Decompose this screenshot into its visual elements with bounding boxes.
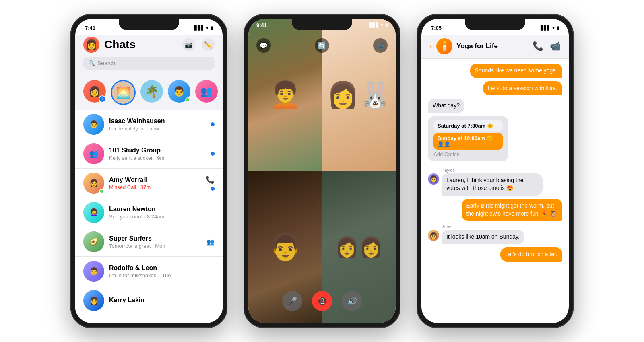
chat-avatar-amy: 👩 (83, 173, 104, 194)
story-4[interactable]: 👥 (195, 80, 218, 105)
msg-bubble-out-2: Let's do a session with Kira. (483, 81, 562, 96)
chat-avatar-study: 👥 (83, 143, 104, 164)
signal-icon-3: ▋▋▋ (541, 25, 550, 31)
user-avatar[interactable]: 👩 (83, 37, 99, 53)
video-toggle-icon[interactable]: 📹 (373, 38, 388, 53)
chat-list: 👨 Isaac Weinhausen I'm definitely in! · … (75, 110, 223, 315)
search-bar[interactable]: 🔍 Search (83, 57, 215, 70)
chat-item-rodolfo[interactable]: 👨 Rodolfo & Leon I'm in for milkshakes! … (75, 257, 223, 286)
chat-preview-study: Kelly sent a sticker · 9m (109, 155, 206, 161)
msg-bubble-out-4: Let's do brunch after. (500, 247, 562, 262)
chat-name-kerry: Kerry Lakin (109, 297, 215, 304)
group-chat-header: ‹ 🕯️ Yoga for Life 📞 📹 (421, 35, 569, 59)
chat-name-surfers: Super Surfers (109, 235, 202, 242)
video-battery-icon: ▮ (385, 23, 388, 28)
chat-info-kerry: Kerry Lakin (109, 297, 215, 305)
chat-overlay-icon[interactable]: 💬 (256, 38, 271, 53)
time-2: 9:41 (256, 22, 267, 28)
sender-amy: Amy (442, 224, 562, 229)
phone1-screen: 7:41 ▋▋▋ ▾ ▮ 👩 Chats 📷 ✏️ (75, 19, 223, 323)
poll-sun-text: Sunday at 10:00am 🌞 👤👤 (438, 135, 493, 147)
msg-bubble-amy: It looks like 10am on Sunday. (442, 230, 524, 244)
avatar-amy: 👩 (428, 230, 439, 241)
chat-avatar-surfers: 🥑 (83, 231, 104, 252)
end-call-btn[interactable]: 📵 (312, 291, 332, 311)
chat-item-surfers[interactable]: 🥑 Super Surfers Tomorrow is great · Mon … (75, 227, 223, 257)
chat-info-rodolfo: Rodolfo & Leon I'm in for milkshakes! · … (109, 264, 215, 278)
camera-icon-btn[interactable]: 📷 (182, 38, 195, 51)
avatar-amy-face: 👩 (428, 230, 439, 241)
chat-item-isaac[interactable]: 👨 Isaac Weinhausen I'm definitely in! · … (75, 110, 223, 139)
chat-name-study: 101 Study Group (109, 147, 206, 154)
avatar-taylor-face: 👩 (428, 173, 439, 185)
header-action-icons: 📞 📹 (533, 41, 561, 52)
chat-preview-rodolfo: I'm in for milkshakes! · Tue (109, 272, 215, 278)
phone-chats: 7:41 ▋▋▋ ▾ ▮ 👩 Chats 📷 ✏️ (70, 14, 227, 328)
poll-container: Saturday at 7:30am 🌞 Sunday at 10:00am 🌞… (428, 116, 508, 161)
video-overlay-icons: 💬 🔄 📹 (248, 38, 396, 53)
back-button[interactable]: ‹ (429, 41, 432, 52)
unread-dot-amy (211, 187, 215, 191)
online-indicator (185, 97, 190, 102)
video-controls: 🎤 📵 🔊 (248, 291, 396, 311)
chat-meta-study (211, 152, 215, 156)
chat-avatar-isaac: 👨 (83, 114, 104, 135)
chat-preview-surfers: Tomorrow is great · Mon (109, 243, 202, 249)
chats-title: Chats (104, 38, 136, 51)
flip-camera-icon[interactable]: 🔄 (315, 38, 329, 53)
msg-out-3: Early Birds might get the worm, but the … (428, 199, 562, 221)
msg-bubble-taylor: Lauren, I think your biasing the votes w… (442, 173, 543, 196)
msg-out-2: Let's do a session with Kira. (428, 81, 562, 96)
chat-preview-lauren: See you soon! · 8:24am (109, 214, 215, 220)
poll-add-option[interactable]: Add Option (433, 151, 503, 157)
chat-info-study: 101 Study Group Kelly sent a sticker · 9… (109, 147, 206, 161)
chats-icons: 📷 ✏️ (182, 38, 215, 51)
chat-item-kerry[interactable]: 👩 Kerry Lakin (75, 286, 223, 315)
poll-sun[interactable]: Sunday at 10:00am 🌞 👤👤 (433, 133, 503, 150)
story-1[interactable]: 🌅 (111, 80, 136, 105)
chat-item-study[interactable]: 👥 101 Study Group Kelly sent a sticker ·… (75, 139, 223, 169)
search-placeholder: Search (97, 60, 115, 66)
video-signal-icon: ▋▋▋ (369, 23, 379, 28)
chat-info-isaac: Isaac Weinhausen I'm definitely in! · no… (109, 117, 206, 132)
chat-avatar-kerry: 👩 (83, 290, 104, 311)
sender-taylor: Taylor (442, 168, 562, 173)
story-face-4: 👥 (195, 80, 218, 103)
chat-item-amy[interactable]: 👩 Amy Worrall Missed Call · 37m 📞 (75, 169, 223, 198)
story-add[interactable]: 👩 + (83, 80, 106, 105)
signal-icon: ▋▋▋ (194, 25, 204, 31)
chat-item-lauren[interactable]: 👩‍🦱 Lauren Newton See you soon! · 8:24am (75, 198, 223, 227)
chat-avatar-rodolfo: 👨 (83, 261, 104, 282)
user-face: 👩 (83, 37, 99, 53)
status-icons-1: ▋▋▋ ▾ ▮ (194, 25, 213, 31)
chat-name-isaac: Isaac Weinhausen (109, 117, 206, 125)
mute-btn[interactable]: 🎤 (282, 291, 302, 311)
chats-title-row: 👩 Chats 📷 ✏️ (83, 37, 215, 53)
avatar-taylor: 👩 (428, 173, 439, 185)
phone-icon[interactable]: 📞 (533, 41, 543, 52)
compose-icon-btn[interactable]: ✏️ (202, 38, 215, 51)
messages-area: Sounds like we need some yoga. Let's do … (421, 59, 569, 323)
phone2-screen: 🧑‍🦱 👩🐰 👨 👩👩 (248, 19, 396, 323)
chat-name-lauren: Lauren Newton (109, 206, 215, 213)
avatar-face-lauren: 👩‍🦱 (83, 202, 104, 223)
video-face-1: 🧑‍🦱 (269, 80, 301, 110)
battery-icon-3: ▮ (557, 25, 559, 31)
chats-header: 👩 Chats 📷 ✏️ 🔍 Search (75, 35, 223, 77)
phone-group-chat: 7:05 ▋▋▋ ▾ ▮ ‹ 🕯️ Yoga for Life 📞 📹 Soun… (417, 14, 574, 328)
poll-sat[interactable]: Saturday at 7:30am 🌞 (433, 120, 503, 131)
story-2[interactable]: 🌴 (140, 80, 163, 105)
speaker-btn[interactable]: 🔊 (342, 291, 362, 311)
video-grid: 🧑‍🦱 👩🐰 👨 👩👩 (248, 19, 396, 323)
amy-msg-container: Amy 👩 It looks like 10am on Sunday. (428, 224, 562, 244)
phone-video: 🧑‍🦱 👩🐰 👨 👩👩 (244, 14, 400, 328)
chat-preview-amy: Missed Call · 37m (109, 184, 201, 190)
avatar-face-surfers: 🥑 (83, 231, 104, 252)
chats-title-left: 👩 Chats (83, 37, 136, 53)
chat-name-rodolfo: Rodolfo & Leon (109, 264, 215, 272)
story-3[interactable]: 👨 (168, 80, 190, 105)
story-add-icon: + (99, 95, 106, 103)
taylor-msg-container: Taylor 👩 Lauren, I think your biasing th… (428, 168, 562, 196)
video-icon[interactable]: 📹 (550, 41, 561, 52)
phone3-screen: 7:05 ▋▋▋ ▾ ▮ ‹ 🕯️ Yoga for Life 📞 📹 Soun… (421, 19, 569, 323)
